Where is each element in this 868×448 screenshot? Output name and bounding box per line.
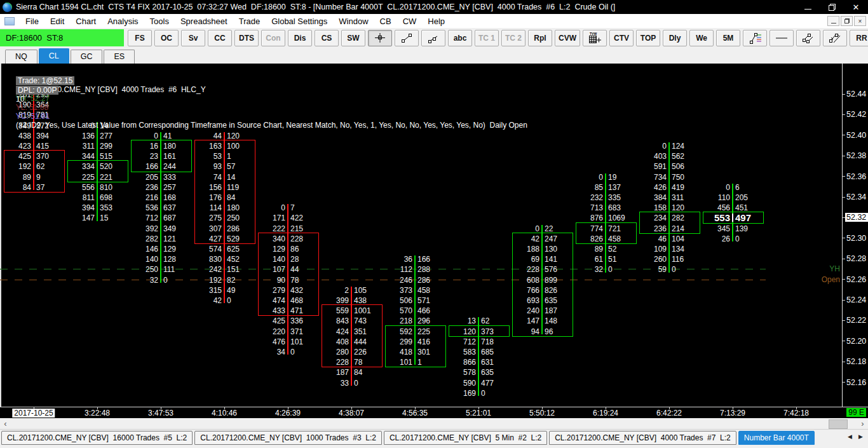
bid-value: 228 <box>506 264 539 275</box>
chart-tab-cl-20171200-cme-ny-cbv-1000-trades-3-l-2[interactable]: CL.20171200.CME_NY [CBV] 1000 Trades #3 … <box>194 431 382 445</box>
toolbar-button-dts[interactable]: DTS <box>234 30 259 46</box>
bid-value: 734 <box>634 172 667 182</box>
chart-tab-cl-20171200-cme-ny-cbv-5-min-2-l-2[interactable]: CL.20171200.CME_NY [CBV] 5 Min #2 L:2 <box>384 431 547 445</box>
price-scale-label: 52.28 <box>846 254 868 263</box>
bid-value: 299 <box>379 337 412 347</box>
bid-value: 474 <box>252 295 285 306</box>
price-tick <box>843 94 845 95</box>
chartbook-tab-es[interactable]: ES <box>104 50 135 64</box>
toolbar-button-ctv[interactable]: CTV <box>609 30 634 46</box>
price-tick <box>843 279 845 280</box>
toolbar-button-crosshair-icon[interactable] <box>368 30 392 46</box>
scroll-left-arrow[interactable]: ‹ <box>1 419 10 428</box>
time-axis-label: 5:21:01 <box>466 409 491 417</box>
ask-value: 571 <box>417 295 453 306</box>
chart-tab-cl-20171200-cme-ny-cbv-4000-trades-7-l-2[interactable]: CL.20171200.CME_NY [CBV] 4000 Trades #7 … <box>549 431 736 445</box>
toolbar-button-retracement-icon[interactable] <box>743 30 767 46</box>
chart-tab-cl-20171200-cme-ny-cbv-16000-trades-5-l-2[interactable]: CL.20171200.CME_NY [CBV] 16000 Trades #5… <box>1 431 193 445</box>
tab-scroll-left-arrow[interactable]: ◀ <box>845 431 855 442</box>
bid-value: 33 <box>316 378 349 388</box>
toolbar-button-cs[interactable]: CS <box>315 30 339 46</box>
menu-item-file[interactable]: File <box>20 15 44 27</box>
menu-item-edit[interactable]: Edit <box>44 15 70 27</box>
restore-button[interactable] <box>820 0 844 14</box>
bid-value: 171 <box>252 213 285 223</box>
scrollbar-thumb[interactable] <box>829 419 848 429</box>
toolbar-button-horizontal-line-icon[interactable] <box>770 30 794 46</box>
bid-value: 394 <box>62 203 95 213</box>
menu-item-analysis[interactable]: Analysis <box>102 15 144 27</box>
tab-scroll-right-arrow[interactable]: ▶ <box>856 431 865 442</box>
bid-value: 140 <box>125 254 158 264</box>
toolbar-button-oc[interactable]: OC <box>154 30 179 46</box>
title-bar: Sierra Chart 1594 CL.cht CTS T4 FIX 2017… <box>0 0 868 14</box>
toolbar-button-parallel-lines-icon[interactable] <box>796 30 820 46</box>
toolbar-button-fs[interactable]: FS <box>128 30 152 46</box>
minimize-button[interactable] <box>796 0 820 14</box>
bid-value: 344 <box>62 151 95 161</box>
menu-item-trade[interactable]: Trade <box>233 15 266 27</box>
price-tick <box>843 320 845 321</box>
bid-value: 158 <box>634 203 667 213</box>
child-minimize-button[interactable] <box>827 16 839 26</box>
price-scale-label: 52.22 <box>846 316 868 325</box>
bid-value: 187 <box>316 367 349 377</box>
chartbook-tab-nq[interactable]: NQ <box>5 50 37 64</box>
menu-item-tools[interactable]: Tools <box>144 15 175 27</box>
toolbar-button-channel-icon[interactable] <box>823 30 847 46</box>
bid-value: 216 <box>125 193 158 203</box>
restore-icon <box>829 4 836 11</box>
bid-value: 42 <box>189 295 222 306</box>
time-axis-label: 4:38:07 <box>339 409 364 417</box>
chartbook-tab-gc[interactable]: GC <box>71 50 103 64</box>
toolbar-button-ray-icon[interactable] <box>421 30 445 46</box>
price-tick <box>843 156 845 156</box>
toolbar-button-5m[interactable]: 5M <box>716 30 740 46</box>
toolbar-button-we[interactable]: We <box>689 30 714 46</box>
toolbar-button-dly[interactable]: Dly <box>663 30 687 46</box>
toolbar-button-top[interactable]: TOP <box>636 30 660 46</box>
chartbook-tab-cl[interactable]: CL <box>39 48 69 64</box>
tab-scroll-arrows: ◀ ▶ <box>845 431 865 442</box>
toolbar-button-dis[interactable]: Dis <box>288 30 312 46</box>
bid-value: 61 <box>570 254 603 264</box>
toolbar-button-rr[interactable]: RR <box>850 30 868 46</box>
menu-item-cw[interactable]: CW <box>397 15 423 27</box>
bid-value: 843 <box>316 316 349 326</box>
chart-tabs: CL.20171200.CME_NY [CBV] 16000 Trades #5… <box>1 431 817 445</box>
toolbar-button-cc[interactable]: CC <box>208 30 232 46</box>
chart-region[interactable]: YHOpen2612931903648197813492724383944234… <box>0 64 868 407</box>
toolbar-button-sv[interactable]: Sv <box>181 30 205 46</box>
close-button[interactable]: ✕ <box>844 0 868 14</box>
bid-value: 384 <box>634 193 667 203</box>
time-axis-label: 7:13:29 <box>720 409 745 417</box>
price-scale-label: 52.24 <box>846 295 868 304</box>
child-close-button[interactable]: × <box>854 16 866 26</box>
bid-value: 307 <box>189 224 222 234</box>
chart-tab-number-bar-4000t[interactable]: Number Bar 4000T <box>738 431 815 445</box>
chart-info-line: Trade: 1@52.15 CL.20171200.CME_NY [CBV] … <box>3 67 532 139</box>
menu-item-chart[interactable]: Chart <box>70 15 102 27</box>
bid-value: 236 <box>634 224 667 234</box>
menu-item-window[interactable]: Window <box>333 15 374 27</box>
toolbar-button-abc[interactable]: abc <box>448 30 472 46</box>
menu-item-cb[interactable]: CB <box>374 15 397 27</box>
connection-status-box: DF:18600 ST:8 <box>0 29 124 46</box>
menu-item-help[interactable]: Help <box>422 15 451 27</box>
ask-value: 84 <box>354 367 390 377</box>
time-axis[interactable]: 99 E 2017-10-253:22:483:47:534:10:464:26… <box>0 407 868 418</box>
child-restore-button[interactable] <box>841 16 853 26</box>
toolbar-button-sw[interactable]: SW <box>341 30 365 46</box>
horizontal-scrollbar[interactable]: ‹ › <box>0 418 868 430</box>
toolbar-button-rpl[interactable]: Rpl <box>528 30 552 46</box>
scroll-right-arrow[interactable]: › <box>858 419 867 428</box>
ask-value: 451 <box>735 203 771 213</box>
toolbar-button-tvw-grid-icon[interactable]: TVW <box>583 30 607 46</box>
ask-value: 1 <box>227 151 262 161</box>
menu-item-global-settings[interactable]: Global Settings <box>266 15 333 27</box>
toolbar-button-cvw[interactable]: CVW <box>555 30 580 46</box>
bid-value: 425 <box>0 151 31 161</box>
bid-value: 811 <box>62 193 95 203</box>
menu-item-spreadsheet[interactable]: Spreadsheet <box>175 15 233 27</box>
toolbar-button-line-icon[interactable] <box>395 30 419 46</box>
